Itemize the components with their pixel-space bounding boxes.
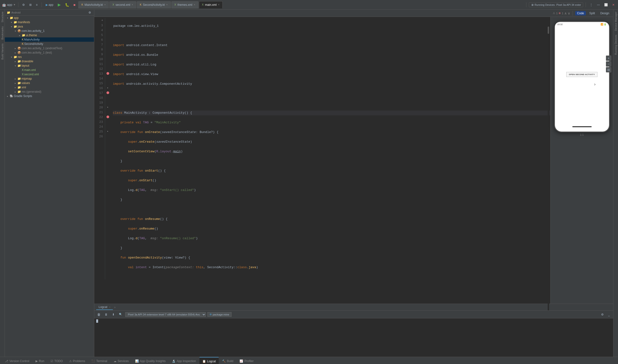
tab-close-main-xml[interactable]: × bbox=[218, 3, 220, 6]
tab-secondactivity[interactable]: K SecondActivity.kt × bbox=[137, 1, 171, 8]
logcat-clear-btn[interactable]: 🗑 bbox=[96, 312, 101, 317]
logcat-pause-btn[interactable]: ⏸ bbox=[103, 312, 109, 317]
logcat-device-toolbar: 🗑 ⏸ ⬇ 🔍 Pixel 3a API 34 extension level … bbox=[94, 311, 613, 318]
bookmarks-panel-tab[interactable]: Bookmarks bbox=[0, 24, 5, 41]
logcat-panel: Logcat × + 🗑 ⏸ ⬇ 🔍 Pixel 3a API 34 exten… bbox=[94, 304, 613, 357]
device-status-bar: 10:32 📶 🔋 bbox=[555, 22, 609, 27]
tree-item-java[interactable]: ▾ 📁 java bbox=[5, 24, 94, 29]
tab-main-xml[interactable]: X main.xml × bbox=[199, 1, 223, 8]
logcat-settings-btn[interactable]: ⚙ bbox=[600, 312, 605, 317]
tab-close-mainactivity[interactable]: × bbox=[104, 3, 106, 6]
log-icon: 📋 bbox=[202, 360, 206, 363]
tab-second-xml[interactable]: X second.xml × bbox=[109, 1, 136, 8]
tree-item-second-xml[interactable]: ▸ X second.xml bbox=[5, 72, 94, 77]
chevron-down-icon[interactable]: ∨ bbox=[568, 11, 570, 15]
line-numbers: ▲ 3 4 5 6 7 8 9 10 11 12 13 14 bbox=[94, 18, 105, 280]
tree-item-com-leo[interactable]: ▾ 📦 com.leo.activity_1 bbox=[5, 29, 94, 33]
align-btn[interactable]: ⊞ bbox=[28, 2, 33, 7]
device-ratio: 1:1 bbox=[580, 133, 584, 136]
build-icon: 🔨 bbox=[222, 359, 226, 363]
warning-icon: ⚠ bbox=[69, 359, 72, 363]
chart-icon: 📊 bbox=[135, 359, 139, 363]
logcat-device-select[interactable]: Pixel 3a API 34 extension level 7 x86 64… bbox=[125, 312, 206, 317]
tree-item-ui-theme[interactable]: ▸ 📁 ui.theme bbox=[5, 33, 94, 38]
minimize-btn[interactable]: — bbox=[595, 2, 601, 7]
split-view-btn[interactable]: Split bbox=[587, 11, 597, 15]
tab-close-second-xml[interactable]: × bbox=[132, 3, 133, 6]
tree-item-res-generated[interactable]: ▸ 📁 res (generated) bbox=[5, 90, 94, 94]
run-tab[interactable]: ▶ Run bbox=[33, 357, 47, 364]
design-view-btn[interactable]: Design bbox=[598, 11, 611, 15]
zoom-out-btn[interactable]: − bbox=[606, 61, 611, 67]
build-tab[interactable]: 🔨 Build bbox=[219, 357, 236, 364]
tree-item-app[interactable]: ▾ 📁 app bbox=[5, 16, 94, 20]
tree-item-manifests[interactable]: ▾ 📁 manifests bbox=[5, 20, 94, 24]
tree-item-test[interactable]: ▸ 📦 com.leo.activity_1 (test) bbox=[5, 51, 94, 55]
chevron-up-icon[interactable]: ∧ bbox=[564, 11, 567, 15]
terminal-tab[interactable]: ⬛ Terminal bbox=[88, 357, 110, 364]
tree-item-xml-folder[interactable]: ▸ 📁 xml bbox=[5, 85, 94, 90]
tree-item-secondactivity[interactable]: ▸ K SecondActivity bbox=[5, 42, 94, 46]
tab-themes-xml[interactable]: X themes.xml × bbox=[171, 1, 198, 8]
tab-close-secondactivity[interactable]: × bbox=[166, 3, 168, 6]
more-btn[interactable]: ≡ bbox=[35, 2, 39, 7]
editor-area: ⚠ 1 ⊗ 1 ∧ ∨ Code Split Design ▲ bbox=[94, 10, 613, 357]
tree-item-gradle[interactable]: ▸ 🐘 Gradle Scripts bbox=[5, 94, 94, 98]
version-control-tab[interactable]: ⎇ Version Control bbox=[2, 357, 32, 364]
tree-item-androidtest[interactable]: ▸ 📦 com.leo.activity_1 (androidTest) bbox=[5, 46, 94, 51]
tree-item-layout[interactable]: ▾ 📁 layout bbox=[5, 64, 94, 68]
profiler-tab[interactable]: 📈 Profiler bbox=[237, 357, 256, 364]
top-toolbar: 🤖 app ▼ ⚙ ⊞ ≡ ▶ app ▶ 🐛 ■ K MainActivity… bbox=[0, 0, 618, 10]
run-btn[interactable]: ▶ bbox=[56, 2, 62, 8]
more-options-btn[interactable]: ⋮ bbox=[588, 2, 594, 7]
run-config-btn[interactable]: ▶ app bbox=[44, 2, 55, 7]
todo-tab[interactable]: ☑ TODO bbox=[48, 357, 66, 364]
build-variants-tab[interactable]: Build Variants bbox=[0, 41, 5, 62]
logcat-filter-btn[interactable]: 🔍 bbox=[117, 312, 124, 317]
device-manager-tab[interactable]: Device Manager bbox=[614, 10, 618, 33]
logcat-minimize-btn[interactable]: _ bbox=[607, 312, 611, 317]
editor-view-toolbar: ⚠ 1 ⊗ 1 ∧ ∨ Code Split Design bbox=[94, 10, 613, 17]
tree-item-values[interactable]: ▸ 📁 values bbox=[5, 81, 94, 85]
tab-close-themes[interactable]: × bbox=[194, 3, 195, 6]
check-icon: ☑ bbox=[51, 359, 53, 363]
tree-item-drawable[interactable]: ▸ 📁 drawable bbox=[5, 59, 94, 64]
restore-btn[interactable]: ⬜ bbox=[603, 2, 609, 7]
package-filter[interactable]: ⊕ package:mine bbox=[207, 312, 232, 317]
structure-panel-tab[interactable]: Structure bbox=[0, 10, 5, 24]
tree-item-main-xml[interactable]: ▸ X main.xml bbox=[5, 68, 94, 72]
tree-item-mainactivity[interactable]: ▸ K MainActivity bbox=[5, 38, 94, 42]
device-screen: OPEN SECOND ACTIVITY bbox=[555, 27, 609, 122]
logcat-tab-close[interactable]: × bbox=[109, 306, 110, 309]
device-nav-bar bbox=[555, 122, 609, 131]
device-preview-panel: 10:32 📶 🔋 OPEN SECOND ACTIVITY + bbox=[550, 17, 613, 304]
debug-btn[interactable]: 🐛 bbox=[64, 2, 70, 8]
code-editor[interactable]: ▲ 3 4 5 6 7 8 9 10 11 12 13 14 bbox=[94, 17, 550, 304]
open-second-activity-btn[interactable]: OPEN SECOND ACTIVITY bbox=[566, 72, 598, 77]
gear-icon[interactable]: ⚙ bbox=[87, 11, 92, 14]
separator-2 bbox=[41, 2, 42, 7]
running-devices-tab[interactable]: Running Devices bbox=[614, 33, 618, 57]
tree-item-res[interactable]: ▾ 📁 res bbox=[5, 55, 94, 59]
app-inspection-tab[interactable]: 🔬 App Inspection bbox=[169, 357, 199, 364]
project-selector[interactable]: 🤖 app ▼ bbox=[2, 3, 16, 7]
problems-tab[interactable]: ⚠ Problems bbox=[66, 357, 88, 364]
services-tab[interactable]: ☁ Services bbox=[111, 357, 132, 364]
stop-btn[interactable]: ■ bbox=[72, 2, 77, 8]
fit-screen-btn[interactable]: ⊞ bbox=[606, 67, 611, 72]
project-sidebar: 📁 Android ⚙ ▾ 📁 app ▾ 📁 manifests ▾ 📁 ja… bbox=[5, 10, 94, 357]
app-quality-tab[interactable]: 📊 App Quality Insights bbox=[132, 357, 169, 364]
logcat-content[interactable] bbox=[94, 318, 613, 357]
close-window-btn[interactable]: ✕ bbox=[611, 2, 616, 7]
logcat-bottom-tab[interactable]: 📋 Logcat bbox=[199, 357, 219, 364]
code-content[interactable]: package com.leo.activity_1 import androi… bbox=[110, 18, 550, 280]
logcat-scroll-btn[interactable]: ⬇ bbox=[111, 312, 116, 317]
tree-item-mipmap[interactable]: ▸ 📁 mipmap bbox=[5, 77, 94, 81]
tab-mainactivity[interactable]: K MainActivity.kt × bbox=[78, 1, 109, 8]
logcat-tab[interactable]: Logcat × bbox=[96, 305, 113, 310]
code-view-btn[interactable]: Code bbox=[575, 11, 586, 15]
zoom-in-btn[interactable]: + bbox=[606, 55, 611, 61]
settings-btn[interactable]: ⚙ bbox=[21, 2, 26, 7]
inspect-icon: 🔬 bbox=[172, 359, 176, 363]
logcat-add-tab[interactable]: + bbox=[114, 305, 116, 309]
